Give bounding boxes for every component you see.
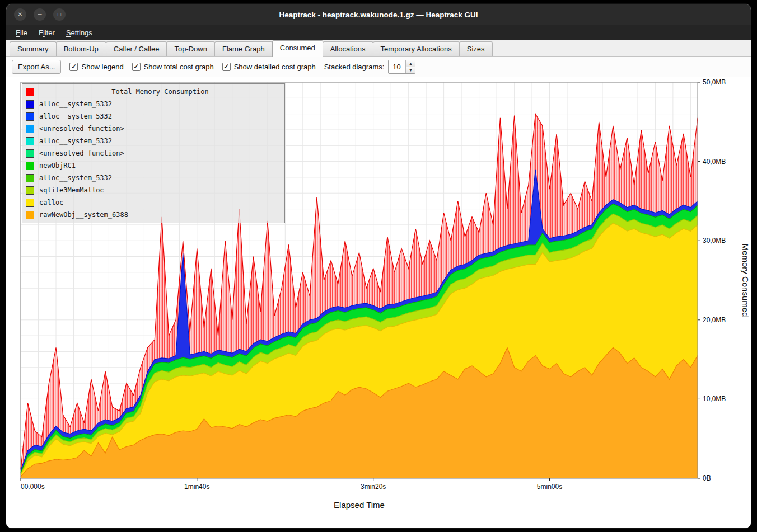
checkbox-label: Show detailed cost graph (234, 63, 316, 71)
checkbox-show-legend[interactable]: ✓Show legend (69, 63, 123, 71)
window-controls: ✕─□ (6, 8, 66, 21)
toolbar: Export As... ✓Show legend✓Show total cos… (6, 57, 751, 77)
legend-entry: <unresolved function> (26, 147, 281, 159)
checkbox-label: Show legend (81, 63, 123, 71)
legend-color-swatch (26, 100, 34, 109)
checkbox-show-detailed-cost-graph[interactable]: ✓Show detailed cost graph (222, 63, 316, 71)
x-axis-title: Elapsed Time (334, 500, 385, 510)
stacked-diagrams-control: Stacked diagrams: 10 ▲ ▼ (324, 60, 416, 74)
tab-top-down[interactable]: Top-Down (166, 41, 215, 56)
legend-entry: <unresolved function> (26, 123, 281, 135)
legend-label: alloc__system_5332 (39, 137, 112, 145)
x-tick-label: 5min00s (537, 483, 562, 491)
checkbox-box[interactable]: ✓ (132, 63, 141, 71)
legend-entry: newObjRC1 (26, 159, 281, 172)
legend-color-swatch (26, 88, 34, 96)
y-tick-label: 0B (703, 474, 711, 482)
legend-color-swatch (26, 162, 34, 170)
legend-color-swatch (26, 112, 34, 121)
menu-settings[interactable]: Settings (61, 27, 97, 39)
chart-pane: 0B10,0MB20,0MB30,0MB40,0MB50,0MB00.000s1… (6, 77, 751, 528)
menu-filter[interactable]: Filter (34, 27, 60, 39)
tab-caller-callee[interactable]: Caller / Callee (106, 41, 167, 56)
tab-bottom-up[interactable]: Bottom-Up (56, 41, 106, 56)
menu-file[interactable]: File (11, 27, 32, 39)
maximize-button[interactable]: □ (53, 8, 66, 21)
checkbox-label: Show total cost graph (144, 63, 214, 71)
tab-flame-graph[interactable]: Flame Graph (214, 41, 273, 56)
legend-label: rawNewObj__system_6388 (39, 211, 128, 219)
legend-entry: alloc__system_5332 (26, 172, 281, 184)
legend-title-row: Total Memory Consumption (26, 86, 281, 98)
legend-color-swatch (26, 149, 34, 158)
spinbox-arrows: ▲ ▼ (405, 60, 415, 73)
x-tick-label: 3min20s (361, 483, 386, 491)
y-tick-label: 40,0MB (703, 158, 726, 166)
checkbox-box[interactable]: ✓ (69, 63, 78, 71)
legend-color-swatch (26, 211, 34, 219)
stacked-diagrams-spinbox[interactable]: 10 ▲ ▼ (388, 60, 415, 74)
tab-consumed[interactable]: Consumed (272, 40, 323, 57)
tab-bar: SummaryBottom-UpCaller / CalleeTop-DownF… (6, 40, 751, 57)
legend-entry: alloc__system_5332 (26, 135, 281, 147)
legend-entry: sqlite3MemMalloc (26, 184, 281, 196)
app-window: ✕─□ Heaptrack - heaptrack.wakunode.1.gz … (6, 4, 751, 528)
tab-allocations[interactable]: Allocations (323, 41, 373, 56)
minimize-button[interactable]: ─ (34, 8, 46, 21)
export-as-button[interactable]: Export As... (12, 60, 61, 74)
legend-label: sqlite3MemMalloc (39, 186, 104, 194)
tab-sizes[interactable]: Sizes (459, 41, 493, 56)
legend-entry: alloc__system_5332 (26, 98, 281, 110)
checkbox-group: ✓Show legend✓Show total cost graph✓Show … (69, 63, 315, 71)
y-tick-label: 30,0MB (703, 237, 726, 244)
legend-label: alloc__system_5332 (39, 112, 112, 120)
menu-bar: FileFilterSettings (6, 25, 751, 40)
legend-label: <unresolved function> (39, 125, 124, 133)
y-tick-label: 50,0MB (703, 78, 726, 86)
tab-temporary-allocations[interactable]: Temporary Allocations (373, 41, 460, 56)
x-tick-label: 1min40s (184, 483, 209, 491)
stacked-diagrams-label: Stacked diagrams: (324, 63, 385, 71)
y-axis-title: Memory Consumed (741, 244, 750, 317)
title-bar: ✕─□ Heaptrack - heaptrack.wakunode.1.gz … (6, 4, 751, 25)
window-title: Heaptrack - heaptrack.wakunode.1.gz — He… (6, 11, 751, 19)
legend-entry: alloc__system_5332 (26, 110, 281, 123)
x-tick-label: 00.000s (21, 483, 45, 491)
checkbox-show-total-cost-graph[interactable]: ✓Show total cost graph (132, 63, 214, 71)
legend-label: <unresolved function> (39, 149, 124, 157)
close-button[interactable]: ✕ (14, 8, 26, 21)
legend-label: alloc__system_5332 (39, 174, 112, 182)
legend-entry: rawNewObj__system_6388 (26, 209, 281, 221)
y-tick-label: 10,0MB (703, 395, 726, 403)
legend-color-swatch (26, 174, 34, 182)
spin-up-button[interactable]: ▲ (406, 60, 415, 67)
legend-entry: calloc (26, 196, 281, 209)
legend-label: calloc (39, 199, 63, 206)
legend-label: alloc__system_5332 (39, 100, 112, 108)
spinbox-value[interactable]: 10 (389, 60, 405, 73)
chart-legend: Total Memory Consumptionalloc__system_53… (22, 83, 285, 223)
tab-summary[interactable]: Summary (10, 41, 57, 56)
checkbox-box[interactable]: ✓ (222, 63, 231, 71)
legend-color-swatch (26, 186, 34, 195)
legend-color-swatch (26, 125, 34, 133)
legend-color-swatch (26, 137, 34, 145)
y-tick-label: 20,0MB (703, 316, 726, 324)
legend-label: newObjRC1 (39, 162, 76, 170)
spin-down-button[interactable]: ▼ (406, 67, 415, 73)
legend-color-swatch (26, 199, 34, 207)
legend-label: Total Memory Consumption (39, 88, 281, 96)
